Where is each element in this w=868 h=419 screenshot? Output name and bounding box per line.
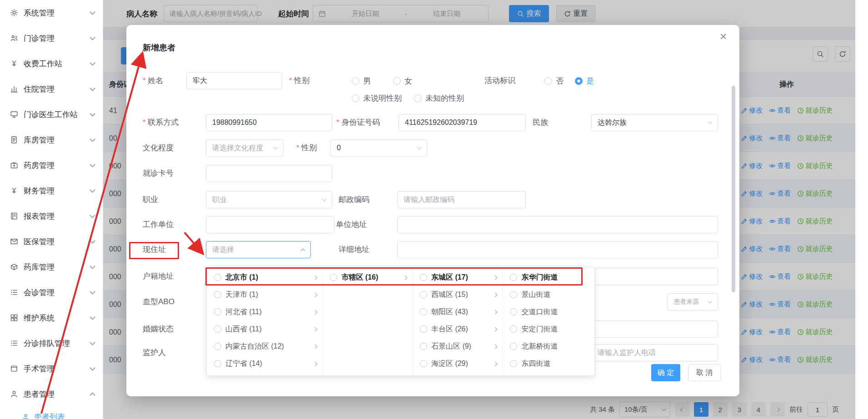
sidebar-item-triage-queue-management[interactable]: 分诊排队管理 [0, 330, 103, 356]
cascader-option-shixiaqu[interactable]: 市辖区 (16) [323, 269, 412, 286]
cascader-option-beijing[interactable]: 北京市 (1) [207, 269, 322, 286]
active-flag-radio-no[interactable]: 否 [544, 72, 564, 89]
sidebar-item-surgery-management[interactable]: 手术管理 [0, 356, 103, 381]
confirm-button[interactable]: 确 定 [651, 364, 680, 381]
cascader-option-dongsi[interactable]: 东四街道 [503, 355, 594, 372]
cascader-option-shijingshan[interactable]: 石景山区 (9) [413, 338, 503, 355]
cascader-option-neimenggu[interactable]: 内蒙古自治区 (12) [207, 338, 322, 355]
gender2-label: 性别 [296, 139, 317, 157]
patient-source-select[interactable]: 患者来源 [667, 293, 718, 311]
cascader-option-tianjin[interactable]: 天津市 (1) [207, 286, 322, 303]
sidebar-item-maintenance-system[interactable]: 维护系统 [0, 305, 103, 330]
household-address-label: 户籍地址 [143, 268, 174, 285]
contact-input[interactable]: 19880991650 [206, 114, 332, 131]
sidebar-item-report-management[interactable]: 报表管理 [0, 203, 103, 229]
radio-icon [510, 308, 517, 315]
chevron-down-icon [90, 136, 95, 142]
display-icon [10, 365, 18, 373]
gender-radio-female[interactable]: 女 [393, 72, 412, 89]
employer-input[interactable] [206, 216, 334, 233]
chevron-down-icon [417, 145, 422, 149]
ethnicity-label: 民族 [533, 114, 548, 131]
chevron-right-icon [313, 310, 318, 314]
employer-address-label: 单位地址 [336, 216, 367, 233]
cascader-option-haidian[interactable]: 海淀区 (29) [413, 355, 503, 372]
radio-icon [510, 274, 517, 281]
radio-icon [510, 291, 517, 298]
chevron-right-icon [313, 327, 318, 331]
sidebar-item-system-management[interactable]: 系统管理 [0, 0, 103, 25]
id-number-label: 身份证号码 [336, 114, 380, 131]
user-icon [10, 390, 18, 398]
chevron-right-icon [313, 292, 318, 297]
gender2-select[interactable]: 0 [330, 139, 427, 157]
cascader-option-donghuamen[interactable]: 东华门街道 [503, 269, 594, 286]
chevron-down-icon [708, 119, 713, 124]
chevron-right-icon [313, 344, 318, 349]
cascader-option-dongcheng[interactable]: 东城区 (17) [413, 269, 503, 286]
grid-icon [10, 314, 18, 322]
name-input[interactable]: 牢大 [186, 72, 282, 89]
modal-scrollbar[interactable] [732, 86, 735, 292]
yen-icon [10, 59, 18, 68]
detail-address-input[interactable] [397, 241, 718, 258]
radio-icon [214, 291, 221, 298]
visit-card-input[interactable] [206, 165, 332, 182]
active-flag-radio-yes[interactable]: 是 [575, 72, 594, 89]
cascader-option-beixinqiao[interactable]: 北新桥街道 [503, 338, 594, 355]
cascader-option-jiaodaokou[interactable]: 交道口街道 [503, 303, 594, 320]
sidebar-item-drug-storage-management[interactable]: 药库管理 [0, 254, 103, 280]
sidebar-item-outpatient-management[interactable]: 门诊管理 [0, 25, 103, 51]
radio-icon [510, 343, 517, 350]
close-icon[interactable]: × [720, 30, 727, 42]
sidebar-item-warehouse-management[interactable]: 库房管理 [0, 127, 103, 153]
education-label: 文化程度 [143, 139, 174, 157]
chevron-down-icon [90, 340, 95, 345]
chevron-down-icon [90, 238, 95, 244]
address-cascader-panel: 北京市 (1) 天津市 (1) 河北省 (11) 山西省 (11) 内蒙古自治区… [206, 267, 595, 376]
cascader-option-hebei[interactable]: 河北省 (11) [207, 303, 322, 320]
radio-icon [420, 308, 427, 315]
postal-code-input[interactable]: 请输入邮政编码 [397, 191, 526, 208]
cascader-option-jingshan[interactable]: 景山街道 [503, 286, 594, 303]
occupation-select[interactable]: 职业 [206, 191, 332, 208]
cascader-option-xicheng[interactable]: 西城区 (15) [413, 286, 503, 303]
sidebar-item-inpatient-management[interactable]: 住院管理 [0, 76, 103, 102]
sidebar-item-finance-management[interactable]: 财务管理 [0, 178, 103, 203]
cascader-district-column: 东城区 (17) 西城区 (15) 朝阳区 (43) 丰台区 (26) 石景山区… [413, 267, 503, 375]
radio-icon [352, 94, 359, 102]
chevron-right-icon [493, 292, 498, 297]
education-select[interactable]: 请选择文化程度 [206, 139, 284, 157]
cascader-option-shanxi[interactable]: 山西省 (11) [207, 320, 322, 338]
cancel-button[interactable]: 取 消 [688, 364, 721, 381]
chevron-right-icon [313, 275, 318, 280]
sidebar-item-consultation-management[interactable]: 会诊管理 [0, 280, 103, 305]
gender-radio-unstated[interactable]: 未说明性别 [352, 89, 402, 107]
sidebar-item-outpatient-doctor-workstation[interactable]: 门诊医生工作站 [0, 102, 103, 127]
users-icon [10, 34, 18, 42]
sidebar-item-billing-workstation[interactable]: 收费工作站 [0, 51, 103, 76]
sidebar-item-patient-management[interactable]: 患者管理 [0, 381, 103, 407]
sidebar-item-pharmacy-management[interactable]: 药房管理 [0, 153, 103, 178]
cascader-option-liaoning[interactable]: 辽宁省 (14) [207, 355, 322, 372]
sidebar-item-medical-insurance-management[interactable]: 医保管理 [0, 229, 103, 254]
cascader-option-chaoyang[interactable]: 朝阳区 (43) [413, 303, 503, 320]
visit-card-label: 就诊卡号 [143, 165, 174, 182]
radio-icon [544, 77, 552, 85]
current-address-cascader[interactable]: 请选择 [206, 241, 311, 258]
cascader-option-andingmen[interactable]: 安定门街道 [503, 320, 594, 338]
id-number-input[interactable]: 411625192602039719 [399, 114, 526, 131]
sidebar-item-patient-list[interactable]: 患者列表 [0, 407, 103, 419]
chevron-down-icon [90, 9, 95, 15]
gender-radio-unknown[interactable]: 未知的性别 [414, 89, 464, 107]
chevron-down-icon [90, 365, 95, 371]
radio-icon [420, 325, 427, 333]
employer-label: 工作单位 [143, 216, 174, 233]
chevron-down-icon [90, 263, 95, 269]
cascader-option-fengtai[interactable]: 丰台区 (26) [413, 320, 503, 338]
employer-address-input[interactable] [397, 216, 718, 233]
gender-radio-male[interactable]: 男 [352, 72, 371, 89]
radio-icon [330, 274, 337, 281]
ethnicity-select[interactable]: 达斡尔族 [591, 114, 718, 131]
guardian-phone-input[interactable]: 请输入监护人电话 [591, 344, 718, 361]
